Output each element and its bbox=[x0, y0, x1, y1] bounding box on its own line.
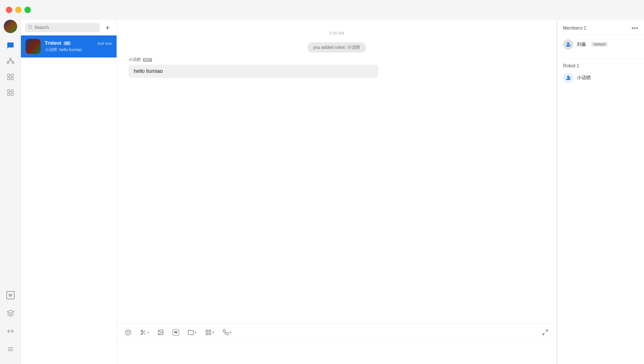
msg-sender-row: 小话唠 BOT bbox=[128, 57, 545, 62]
owner-badge: OWNER bbox=[591, 42, 608, 47]
phone-chevron: ▾ bbox=[230, 330, 231, 334]
search-input-wrap[interactable] bbox=[25, 23, 100, 32]
robot-avatar bbox=[563, 73, 573, 83]
chat-list-panel: + Trident All Just now 小话唠: hello liumia… bbox=[21, 0, 117, 364]
traffic-lights bbox=[0, 7, 31, 13]
minimize-button[interactable] bbox=[15, 7, 22, 13]
svg-line-38 bbox=[546, 330, 548, 331]
svg-rect-11 bbox=[8, 90, 10, 92]
sidebar-item-grid[interactable] bbox=[4, 70, 17, 84]
sidebar-item-box[interactable] bbox=[4, 307, 17, 320]
svg-line-31 bbox=[142, 331, 143, 332]
chat-input-area[interactable] bbox=[117, 341, 557, 364]
svg-rect-1 bbox=[7, 62, 9, 63]
svg-rect-13 bbox=[8, 93, 10, 95]
system-msg-bubble: you added robot: 小话唠 bbox=[307, 42, 366, 53]
svg-rect-10 bbox=[11, 78, 13, 80]
search-icon bbox=[28, 25, 33, 30]
msg-bot-badge: BOT bbox=[143, 58, 152, 62]
robot-item: 小话唠 bbox=[557, 71, 644, 85]
title-bar bbox=[0, 0, 644, 20]
panel-divider bbox=[557, 58, 644, 59]
svg-point-27 bbox=[141, 330, 143, 331]
system-message: you added robot: 小话唠 bbox=[128, 42, 545, 53]
close-button[interactable] bbox=[6, 7, 12, 13]
svg-rect-35 bbox=[209, 330, 211, 331]
folder-button[interactable]: ▾ bbox=[185, 327, 199, 337]
sidebar-item-menu[interactable] bbox=[4, 343, 17, 356]
msg-sender-name: 小话唠 bbox=[128, 57, 141, 62]
chat-item-info: Trident All Just now 小话唠: hello liumiao bbox=[45, 40, 112, 53]
chat-list: Trident All Just now 小话唠: hello liumiao bbox=[21, 35, 117, 364]
svg-point-24 bbox=[126, 329, 131, 335]
svg-rect-9 bbox=[8, 78, 10, 80]
scissors-chevron: ▾ bbox=[147, 330, 149, 334]
app-container: W bbox=[0, 0, 644, 364]
chat-item-name: Trident bbox=[45, 40, 61, 46]
search-bar-row: + bbox=[21, 20, 117, 35]
sidebar-item-apps[interactable] bbox=[4, 86, 17, 99]
apps-button[interactable]: ▾ bbox=[203, 327, 216, 337]
member-item: 刘淼 OWNER bbox=[563, 39, 638, 50]
add-chat-button[interactable]: + bbox=[103, 23, 112, 33]
robots-section-title: Robot·1 bbox=[557, 60, 644, 71]
svg-rect-7 bbox=[8, 74, 10, 76]
svg-line-39 bbox=[543, 333, 545, 334]
sidebar-item-chat[interactable] bbox=[4, 39, 17, 52]
search-input[interactable] bbox=[34, 25, 97, 30]
svg-rect-12 bbox=[11, 90, 13, 92]
svg-line-30 bbox=[144, 333, 145, 334]
members-list: 刘淼 OWNER bbox=[557, 35, 644, 57]
svg-point-28 bbox=[141, 333, 143, 335]
sidebar-item-org[interactable] bbox=[4, 55, 17, 68]
phone-button[interactable]: ▾ bbox=[220, 327, 234, 337]
chat-messages: 5:16 AM you added robot: 小话唠 小话唠 BOT hel… bbox=[117, 20, 557, 323]
svg-point-33 bbox=[159, 331, 160, 332]
chat-item-avatar bbox=[26, 39, 41, 54]
svg-point-26 bbox=[129, 331, 129, 332]
svg-point-45 bbox=[569, 78, 570, 78]
member-avatar bbox=[563, 39, 573, 50]
svg-rect-0 bbox=[9, 58, 11, 60]
scissors-button[interactable]: ▾ bbox=[138, 327, 151, 337]
user-avatar[interactable] bbox=[4, 20, 17, 33]
msg-bubble: hello liumiao bbox=[128, 65, 378, 78]
chat-item[interactable]: Trident All Just now 小话唠: hello liumiao bbox=[21, 35, 117, 57]
chat-toolbar: ▾ W ▾ bbox=[117, 323, 557, 341]
maximize-button[interactable] bbox=[24, 7, 31, 13]
svg-rect-14 bbox=[11, 93, 13, 95]
icon-sidebar: W bbox=[0, 0, 21, 364]
emoji-button[interactable] bbox=[123, 327, 134, 337]
right-panel: Members·1 ••• 刘淼 OWNER Robot·1 bbox=[557, 0, 644, 364]
expand-button[interactable] bbox=[540, 327, 551, 337]
apps-chevron: ▾ bbox=[212, 330, 214, 334]
svg-point-25 bbox=[127, 331, 128, 332]
word-button[interactable]: W bbox=[170, 327, 181, 337]
members-more-button[interactable]: ••• bbox=[632, 24, 638, 32]
svg-rect-34 bbox=[206, 330, 208, 331]
right-panel-header: Members·1 ••• bbox=[557, 20, 644, 35]
chat-main: Trident 5:16 AM you added robot: 小话唠 bbox=[117, 0, 557, 364]
member-name: 刘淼 bbox=[577, 42, 586, 48]
svg-line-20 bbox=[31, 28, 32, 29]
svg-rect-37 bbox=[209, 333, 211, 334]
chat-item-badge: All bbox=[64, 41, 71, 45]
folder-chevron: ▾ bbox=[195, 330, 196, 334]
chat-item-time: Just now bbox=[97, 41, 112, 46]
svg-point-19 bbox=[28, 25, 32, 28]
chat-item-preview: 小话唠: hello liumiao bbox=[45, 47, 112, 53]
svg-rect-36 bbox=[206, 333, 208, 334]
sidebar-item-word[interactable]: W bbox=[4, 289, 17, 302]
sidebar-item-transfer[interactable] bbox=[4, 325, 17, 338]
svg-rect-2 bbox=[12, 62, 14, 63]
svg-rect-8 bbox=[11, 74, 13, 76]
image-button[interactable] bbox=[155, 327, 166, 337]
time-divider: 5:16 AM bbox=[128, 31, 545, 35]
svg-point-40 bbox=[567, 42, 569, 44]
robot-name: 小话唠 bbox=[577, 75, 591, 81]
message-row: 小话唠 BOT hello liumiao bbox=[128, 57, 545, 78]
members-section-title: Members·1 bbox=[563, 26, 586, 31]
